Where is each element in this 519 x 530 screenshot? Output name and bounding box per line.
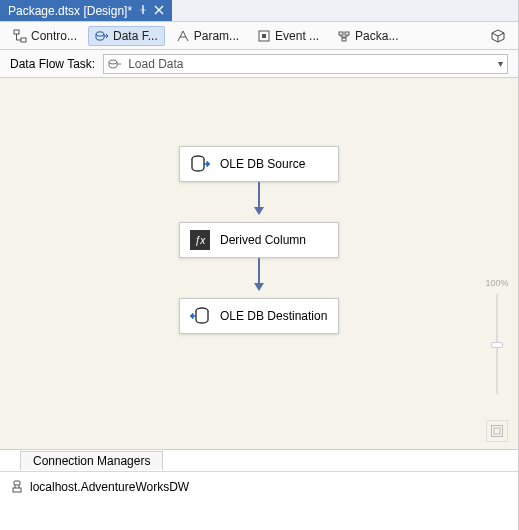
- control-flow-icon: [13, 29, 27, 43]
- file-tab[interactable]: Package.dtsx [Design]*: [0, 0, 172, 21]
- tab-label: Contro...: [31, 29, 77, 43]
- tab-label: Packa...: [355, 29, 398, 43]
- svg-rect-12: [492, 426, 503, 437]
- tab-package-explorer[interactable]: Packa...: [330, 26, 405, 46]
- fx-icon: ƒx: [190, 230, 210, 250]
- svg-rect-15: [13, 488, 21, 492]
- zoom-slider[interactable]: [496, 294, 498, 394]
- cm-header-label: Connection Managers: [33, 454, 150, 468]
- task-label: Data Flow Task:: [10, 57, 95, 71]
- tab-label: Data F...: [113, 29, 158, 43]
- node-label: OLE DB Destination: [220, 309, 327, 323]
- pin-icon[interactable]: [138, 4, 148, 18]
- tab-data-flow[interactable]: Data F...: [88, 26, 165, 46]
- node-label: OLE DB Source: [220, 157, 305, 171]
- node-label: Derived Column: [220, 233, 306, 247]
- package-icon: [337, 29, 351, 43]
- node-ole-db-destination[interactable]: OLE DB Destination: [179, 298, 339, 334]
- svg-rect-5: [262, 34, 266, 38]
- connector-arrow[interactable]: [258, 182, 260, 214]
- tab-extensions[interactable]: E: [484, 26, 512, 46]
- node-ole-db-source[interactable]: OLE DB Source: [179, 146, 339, 182]
- connection-managers-panel: localhost.AdventureWorksDW: [0, 472, 518, 502]
- task-icon: [108, 57, 122, 71]
- tab-label: Event ...: [275, 29, 319, 43]
- tab-control-flow[interactable]: Contro...: [6, 26, 84, 46]
- db-source-icon: [190, 154, 210, 174]
- db-dest-icon: [190, 306, 210, 326]
- fit-to-window-button[interactable]: [486, 420, 508, 442]
- data-flow-icon: [95, 29, 109, 43]
- svg-rect-14: [14, 481, 20, 485]
- tab-event-handlers[interactable]: Event ...: [250, 26, 326, 46]
- zoom-percent: 100%: [485, 278, 508, 288]
- data-flow-task-select[interactable]: Load Data ▾: [103, 54, 508, 74]
- chevron-down-icon: ▾: [498, 58, 503, 69]
- svg-rect-0: [142, 5, 143, 14]
- svg-rect-6: [339, 32, 343, 35]
- tab-parameters[interactable]: Param...: [169, 26, 246, 46]
- svg-point-9: [109, 60, 117, 64]
- cube-icon: [491, 29, 505, 43]
- svg-point-3: [96, 31, 104, 35]
- close-icon[interactable]: [154, 4, 164, 18]
- connector-arrow[interactable]: [258, 258, 260, 290]
- svg-rect-7: [345, 32, 349, 35]
- node-derived-column[interactable]: ƒx Derived Column: [179, 222, 339, 258]
- zoom-thumb[interactable]: [491, 342, 503, 348]
- event-icon: [257, 29, 271, 43]
- zoom-control: 100%: [482, 278, 512, 442]
- task-value: Load Data: [128, 57, 492, 71]
- designer-tabs: Contro... Data F... Param... Event ... P…: [0, 22, 518, 50]
- tab-label: Param...: [194, 29, 239, 43]
- connection-item[interactable]: localhost.AdventureWorksDW: [10, 478, 508, 496]
- connection-icon: [10, 480, 24, 494]
- svg-rect-2: [21, 38, 26, 42]
- file-tab-title: Package.dtsx [Design]*: [8, 4, 132, 18]
- connection-managers-tab[interactable]: Connection Managers: [20, 451, 163, 470]
- design-canvas[interactable]: OLE DB Source ƒx Derived Column OLE DB D…: [0, 78, 518, 450]
- svg-rect-8: [342, 38, 346, 41]
- connection-name: localhost.AdventureWorksDW: [30, 480, 189, 494]
- parameters-icon: [176, 29, 190, 43]
- svg-rect-1: [14, 30, 19, 34]
- svg-rect-13: [494, 428, 500, 434]
